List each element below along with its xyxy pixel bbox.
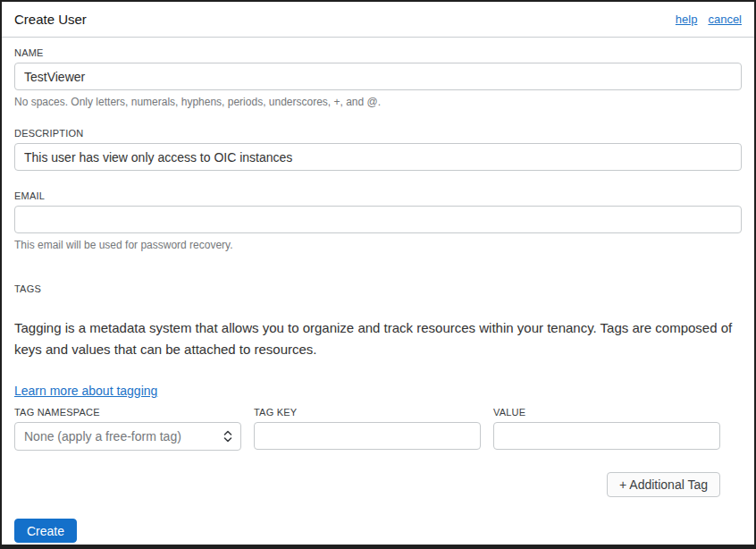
learn-more-row: Learn more about tagging [14,383,742,399]
header-links: help cancel [676,13,742,26]
name-helper-text: No spaces. Only letters, numerals, hyphe… [14,96,742,108]
tag-input-row: TAG NAMESPACE None (apply a free-form ta… [14,407,720,451]
tag-namespace-column: TAG NAMESPACE None (apply a free-form ta… [14,407,241,451]
email-helper-text: This email will be used for password rec… [14,239,742,251]
email-input[interactable] [14,206,742,233]
help-link[interactable]: help [676,13,698,26]
tag-value-column: VALUE [493,407,720,451]
tag-value-label: VALUE [493,407,720,418]
tag-value-input[interactable] [493,422,720,450]
panel-header: Create User help cancel [2,2,754,38]
tag-namespace-label: TAG NAMESPACE [14,407,241,418]
cancel-link[interactable]: cancel [708,13,742,26]
create-button[interactable]: Create [14,519,77,543]
tags-description-text: Tagging is a metadata system that allows… [14,317,742,360]
description-label: DESCRIPTION [14,128,742,139]
create-user-panel: Create User help cancel NAME No spaces. … [0,0,756,549]
tag-namespace-select-wrap: None (apply a free-form tag) [14,422,241,451]
name-field-group: NAME No spaces. Only letters, numerals, … [14,47,742,108]
email-label: EMAIL [14,190,742,201]
tag-namespace-select[interactable]: None (apply a free-form tag) [14,422,241,451]
tags-section-label: TAGS [14,283,742,294]
description-field-group: DESCRIPTION [14,128,742,171]
name-input[interactable] [14,63,742,90]
description-input[interactable] [14,143,742,171]
tag-key-label: TAG KEY [254,407,481,418]
learn-more-tagging-link[interactable]: Learn more about tagging [14,384,157,398]
additional-tag-row: + Additional Tag [14,472,720,497]
email-field-group: EMAIL This email will be used for passwo… [14,190,742,251]
tag-key-input[interactable] [254,422,481,450]
name-label: NAME [14,47,742,58]
panel-body: NAME No spaces. Only letters, numerals, … [2,38,754,545]
additional-tag-button[interactable]: + Additional Tag [607,472,720,497]
page-title: Create User [14,12,87,27]
tag-key-column: TAG KEY [254,407,481,451]
footer-actions: Create [14,519,742,543]
tags-section: TAGS Tagging is a metadata system that a… [14,283,742,497]
